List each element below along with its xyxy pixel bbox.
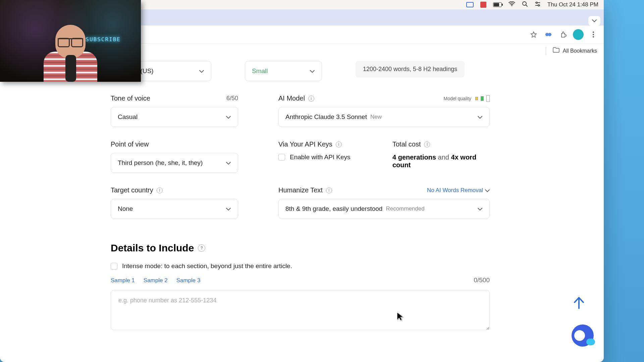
api-label: Via Your API Keys (278, 140, 332, 148)
details-textarea[interactable] (111, 290, 490, 330)
chat-widget-button[interactable] (572, 324, 594, 347)
model-quality-label: Model quality (444, 96, 472, 101)
api-checkbox-label: Enable with API Keys (290, 154, 351, 161)
menubar-app-icon[interactable] (480, 2, 486, 8)
model-label: AI Model (278, 95, 305, 102)
menubar-screen-icon[interactable] (466, 2, 474, 7)
svg-point-0 (511, 5, 512, 6)
info-icon[interactable]: i (157, 187, 163, 193)
pov-label: Point of view (111, 140, 149, 148)
details-counter: 0/500 (474, 277, 490, 284)
chevron-down-icon (226, 113, 231, 121)
tab-list-dropdown[interactable] (588, 16, 600, 25)
webcam-overlay: SUBSCRIBE (0, 0, 141, 82)
quality-bar-low (475, 97, 478, 100)
tone-counter: 6/50 (226, 95, 238, 102)
sample-3-link[interactable]: Sample 3 (176, 277, 201, 284)
ai-words-removal-label: No AI Words Removal (427, 187, 483, 194)
chat-dot-icon (586, 339, 595, 345)
api-checkbox-row[interactable]: Enable with API Keys (278, 154, 372, 161)
country-label: Target country (111, 186, 153, 194)
quality-bar-high (486, 95, 490, 102)
details-heading: Details to Include ? (111, 242, 490, 254)
tone-label: Tone of voice (111, 95, 150, 102)
svg-line-2 (526, 5, 527, 6)
humanize-value: 8th & 9th grade, easily understood (285, 205, 382, 213)
new-badge: New (370, 114, 382, 120)
size-select[interactable]: Small (245, 61, 322, 81)
control-center-icon[interactable] (535, 1, 541, 8)
all-bookmarks-link[interactable]: All Bookmarks (563, 48, 597, 54)
info-icon[interactable]: i (308, 96, 314, 102)
country-value: None (118, 205, 133, 213)
ai-words-removal-dropdown[interactable]: No AI Words Removal (427, 187, 490, 194)
info-icon[interactable]: i (326, 187, 332, 193)
search-icon[interactable] (522, 1, 528, 9)
folder-icon (553, 47, 559, 54)
checkbox-icon[interactable] (111, 263, 117, 269)
info-icon[interactable]: i (424, 141, 430, 147)
tone-select[interactable]: Casual (111, 107, 238, 127)
svg-point-8 (548, 33, 551, 36)
svg-point-4 (536, 2, 537, 3)
svg-point-1 (523, 2, 526, 5)
chevron-down-icon (310, 67, 315, 75)
sample-1-link[interactable]: Sample 1 (111, 277, 135, 284)
pov-select[interactable]: Third person (he, she, it, they) (111, 153, 238, 173)
sample-2-link[interactable]: Sample 2 (144, 277, 168, 284)
bookmark-star-icon[interactable] (529, 29, 539, 40)
chevron-down-icon (226, 159, 231, 167)
intense-mode-label: Intense mode: to each section, beyond ju… (122, 262, 292, 270)
word-hint-box: 1200-2400 words, 5-8 H2 headings (356, 61, 465, 77)
svg-point-11 (593, 36, 594, 38)
country-select[interactable]: None (111, 199, 238, 219)
recommended-badge: Recommended (386, 205, 424, 212)
info-icon[interactable]: ? (198, 244, 205, 252)
cost-and: and (436, 154, 451, 161)
chevron-down-icon (199, 67, 204, 75)
profile-avatar[interactable] (573, 29, 584, 40)
details-heading-text: Details to Include (111, 242, 194, 254)
toolbar-eye-icon[interactable] (543, 29, 553, 40)
extensions-icon[interactable] (558, 29, 568, 40)
tone-value: Casual (118, 113, 138, 121)
svg-point-9 (593, 32, 594, 33)
menubar-datetime[interactable]: Thu Oct 24 1:48 PM (547, 1, 598, 8)
cost-generations: 4 generations (392, 154, 436, 161)
battery-icon[interactable] (493, 2, 502, 7)
wifi-icon[interactable] (508, 1, 515, 8)
pov-value: Third person (he, she, it, they) (118, 159, 203, 167)
svg-point-6 (538, 4, 539, 6)
divider (546, 47, 546, 55)
model-select[interactable]: Anthropic Claude 3.5 Sonnet New (278, 107, 490, 127)
chevron-down-icon (477, 205, 483, 213)
cost-text: 4 generations and 4x word count (392, 154, 490, 169)
cost-label: Total cost (392, 140, 421, 148)
quality-bar-mid (481, 96, 484, 101)
menu-dots-icon[interactable] (588, 29, 598, 40)
checkbox-icon[interactable] (278, 154, 285, 161)
size-value: Small (252, 67, 268, 75)
chevron-down-icon (477, 113, 483, 121)
humanize-select[interactable]: 8th & 9th grade, easily understood Recom… (278, 199, 490, 219)
svg-point-10 (593, 34, 594, 35)
model-value: Anthropic Claude 3.5 Sonnet (285, 113, 367, 121)
chevron-down-icon (485, 187, 490, 194)
page-content: English (US) Small 1200-2400 words, 5-8 … (0, 58, 604, 362)
intense-mode-checkbox[interactable]: Intense mode: to each section, beyond ju… (111, 262, 490, 270)
humanize-label: Humanize Text (278, 186, 323, 194)
scroll-top-button[interactable] (571, 296, 587, 312)
chevron-down-icon (226, 205, 231, 213)
info-icon[interactable]: i (336, 141, 342, 147)
